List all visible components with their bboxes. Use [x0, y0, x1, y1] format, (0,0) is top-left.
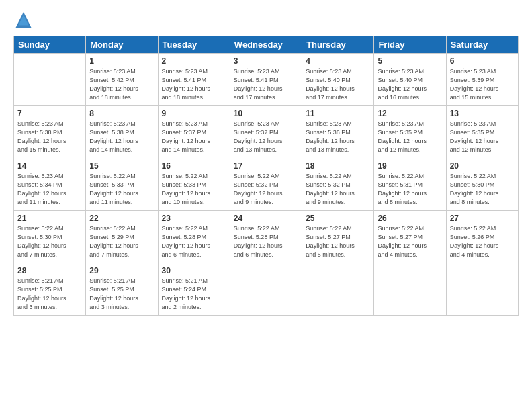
- day-cell-10: 10Sunrise: 5:23 AM Sunset: 5:37 PM Dayli…: [230, 106, 302, 158]
- day-info: Sunrise: 5:23 AM Sunset: 5:41 PM Dayligh…: [234, 67, 298, 102]
- day-cell-4: 4Sunrise: 5:23 AM Sunset: 5:40 PM Daylig…: [302, 54, 374, 106]
- weekday-header-sunday: Sunday: [14, 36, 86, 54]
- logo-icon: [13, 10, 34, 30]
- day-info: Sunrise: 5:22 AM Sunset: 5:27 PM Dayligh…: [306, 224, 370, 259]
- day-info: Sunrise: 5:23 AM Sunset: 5:40 PM Dayligh…: [306, 67, 370, 102]
- day-cell-12: 12Sunrise: 5:23 AM Sunset: 5:35 PM Dayli…: [374, 106, 446, 158]
- day-cell-5: 5Sunrise: 5:23 AM Sunset: 5:40 PM Daylig…: [374, 54, 446, 106]
- day-number: 13: [450, 109, 515, 118]
- day-number: 1: [89, 56, 154, 66]
- day-number: 11: [306, 109, 370, 118]
- day-number: 15: [89, 161, 154, 171]
- day-info: Sunrise: 5:22 AM Sunset: 5:30 PM Dayligh…: [17, 224, 82, 259]
- weekday-header-saturday: Saturday: [446, 36, 518, 54]
- day-number: 6: [450, 56, 515, 66]
- day-number: 26: [378, 214, 442, 223]
- weekday-header-monday: Monday: [86, 36, 158, 54]
- day-number: 17: [234, 161, 298, 171]
- weekday-header-row: SundayMondayTuesdayWednesdayThursdayFrid…: [14, 36, 519, 54]
- day-number: 25: [306, 214, 370, 223]
- day-cell-18: 18Sunrise: 5:22 AM Sunset: 5:32 PM Dayli…: [302, 158, 374, 211]
- day-info: Sunrise: 5:22 AM Sunset: 5:28 PM Dayligh…: [162, 224, 226, 259]
- day-info: Sunrise: 5:22 AM Sunset: 5:33 PM Dayligh…: [162, 172, 226, 207]
- day-cell-30: 30Sunrise: 5:21 AM Sunset: 5:24 PM Dayli…: [158, 263, 230, 316]
- day-cell-20: 20Sunrise: 5:22 AM Sunset: 5:30 PM Dayli…: [446, 158, 518, 211]
- day-info: Sunrise: 5:22 AM Sunset: 5:33 PM Dayligh…: [89, 172, 154, 207]
- day-cell-7: 7Sunrise: 5:23 AM Sunset: 5:38 PM Daylig…: [14, 106, 86, 158]
- day-number: 22: [89, 214, 154, 223]
- day-number: 27: [450, 214, 515, 223]
- day-number: 12: [378, 109, 442, 118]
- day-info: Sunrise: 5:22 AM Sunset: 5:32 PM Dayligh…: [234, 172, 298, 207]
- day-cell-29: 29Sunrise: 5:21 AM Sunset: 5:25 PM Dayli…: [86, 263, 158, 316]
- logo: [13, 10, 36, 30]
- day-cell-6: 6Sunrise: 5:23 AM Sunset: 5:39 PM Daylig…: [446, 54, 518, 106]
- day-cell-3: 3Sunrise: 5:23 AM Sunset: 5:41 PM Daylig…: [230, 54, 302, 106]
- day-cell-26: 26Sunrise: 5:22 AM Sunset: 5:27 PM Dayli…: [374, 211, 446, 263]
- day-number: 21: [17, 214, 82, 223]
- day-info: Sunrise: 5:22 AM Sunset: 5:29 PM Dayligh…: [89, 224, 154, 259]
- day-number: 24: [234, 214, 298, 223]
- day-info: Sunrise: 5:22 AM Sunset: 5:28 PM Dayligh…: [234, 224, 298, 259]
- day-cell-1: 1Sunrise: 5:23 AM Sunset: 5:42 PM Daylig…: [86, 54, 158, 106]
- day-info: Sunrise: 5:23 AM Sunset: 5:34 PM Dayligh…: [17, 172, 82, 207]
- day-number: 18: [306, 161, 370, 171]
- day-info: Sunrise: 5:23 AM Sunset: 5:38 PM Dayligh…: [17, 120, 82, 154]
- day-info: Sunrise: 5:23 AM Sunset: 5:39 PM Dayligh…: [450, 67, 515, 102]
- week-row-5: 28Sunrise: 5:21 AM Sunset: 5:25 PM Dayli…: [14, 263, 519, 316]
- day-cell-16: 16Sunrise: 5:22 AM Sunset: 5:33 PM Dayli…: [158, 158, 230, 211]
- day-cell-28: 28Sunrise: 5:21 AM Sunset: 5:25 PM Dayli…: [14, 263, 86, 316]
- day-cell-14: 14Sunrise: 5:23 AM Sunset: 5:34 PM Dayli…: [14, 158, 86, 211]
- day-number: 28: [17, 266, 82, 275]
- weekday-header-wednesday: Wednesday: [230, 36, 302, 54]
- day-cell-27: 27Sunrise: 5:22 AM Sunset: 5:26 PM Dayli…: [446, 211, 518, 263]
- day-info: Sunrise: 5:23 AM Sunset: 5:37 PM Dayligh…: [234, 120, 298, 154]
- day-info: Sunrise: 5:22 AM Sunset: 5:31 PM Dayligh…: [378, 172, 442, 207]
- day-number: 10: [234, 109, 298, 118]
- day-info: Sunrise: 5:22 AM Sunset: 5:27 PM Dayligh…: [378, 224, 442, 259]
- header: [13, 10, 519, 30]
- day-cell-17: 17Sunrise: 5:22 AM Sunset: 5:32 PM Dayli…: [230, 158, 302, 211]
- day-cell-24: 24Sunrise: 5:22 AM Sunset: 5:28 PM Dayli…: [230, 211, 302, 263]
- day-info: Sunrise: 5:22 AM Sunset: 5:26 PM Dayligh…: [450, 224, 515, 259]
- empty-cell: [374, 263, 446, 316]
- day-cell-11: 11Sunrise: 5:23 AM Sunset: 5:36 PM Dayli…: [302, 106, 374, 158]
- weekday-header-thursday: Thursday: [302, 36, 374, 54]
- day-info: Sunrise: 5:21 AM Sunset: 5:25 PM Dayligh…: [89, 277, 154, 312]
- day-number: 20: [450, 161, 515, 171]
- day-cell-8: 8Sunrise: 5:23 AM Sunset: 5:38 PM Daylig…: [86, 106, 158, 158]
- week-row-1: 1Sunrise: 5:23 AM Sunset: 5:42 PM Daylig…: [14, 54, 519, 106]
- empty-cell: [14, 54, 86, 106]
- day-number: 16: [162, 161, 226, 171]
- day-number: 14: [17, 161, 82, 171]
- weekday-header-friday: Friday: [374, 36, 446, 54]
- empty-cell: [302, 263, 374, 316]
- day-number: 5: [378, 56, 442, 66]
- week-row-2: 7Sunrise: 5:23 AM Sunset: 5:38 PM Daylig…: [14, 106, 519, 158]
- calendar-table: SundayMondayTuesdayWednesdayThursdayFrid…: [13, 36, 519, 316]
- day-info: Sunrise: 5:23 AM Sunset: 5:40 PM Dayligh…: [378, 67, 442, 102]
- day-info: Sunrise: 5:23 AM Sunset: 5:41 PM Dayligh…: [162, 67, 226, 102]
- day-number: 2: [162, 56, 226, 66]
- day-cell-13: 13Sunrise: 5:23 AM Sunset: 5:35 PM Dayli…: [446, 106, 518, 158]
- day-info: Sunrise: 5:23 AM Sunset: 5:35 PM Dayligh…: [450, 120, 515, 154]
- day-cell-21: 21Sunrise: 5:22 AM Sunset: 5:30 PM Dayli…: [14, 211, 86, 263]
- day-info: Sunrise: 5:23 AM Sunset: 5:36 PM Dayligh…: [306, 120, 370, 154]
- day-cell-9: 9Sunrise: 5:23 AM Sunset: 5:37 PM Daylig…: [158, 106, 230, 158]
- day-cell-25: 25Sunrise: 5:22 AM Sunset: 5:27 PM Dayli…: [302, 211, 374, 263]
- day-cell-19: 19Sunrise: 5:22 AM Sunset: 5:31 PM Dayli…: [374, 158, 446, 211]
- week-row-3: 14Sunrise: 5:23 AM Sunset: 5:34 PM Dayli…: [14, 158, 519, 211]
- day-info: Sunrise: 5:21 AM Sunset: 5:24 PM Dayligh…: [162, 277, 226, 312]
- day-cell-22: 22Sunrise: 5:22 AM Sunset: 5:29 PM Dayli…: [86, 211, 158, 263]
- day-number: 9: [162, 109, 226, 118]
- day-number: 8: [89, 109, 154, 118]
- day-info: Sunrise: 5:22 AM Sunset: 5:32 PM Dayligh…: [306, 172, 370, 207]
- day-info: Sunrise: 5:23 AM Sunset: 5:35 PM Dayligh…: [378, 120, 442, 154]
- day-info: Sunrise: 5:22 AM Sunset: 5:30 PM Dayligh…: [450, 172, 515, 207]
- day-number: 23: [162, 214, 226, 223]
- day-number: 4: [306, 56, 370, 66]
- day-number: 30: [162, 266, 226, 275]
- day-cell-2: 2Sunrise: 5:23 AM Sunset: 5:41 PM Daylig…: [158, 54, 230, 106]
- day-cell-23: 23Sunrise: 5:22 AM Sunset: 5:28 PM Dayli…: [158, 211, 230, 263]
- day-info: Sunrise: 5:23 AM Sunset: 5:42 PM Dayligh…: [89, 67, 154, 102]
